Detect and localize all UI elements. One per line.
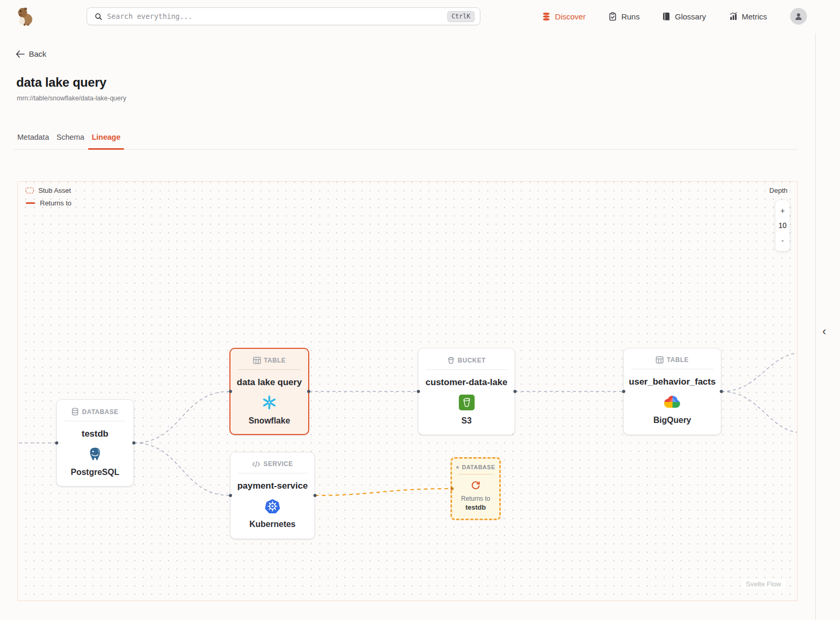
legend: Stub Asset Returns to [26,187,71,207]
lineage-node-customer-data-lake[interactable]: BUCKET customer-data-lake S3 [418,348,515,435]
kubernetes-logo [265,498,280,514]
nav-item-metrics[interactable]: Metrics [729,12,767,21]
node-platform: Kubernetes [249,520,296,529]
book-icon [663,12,670,21]
handle-right [313,494,317,497]
user-icon [794,12,803,21]
legend-stub-asset: Stub Asset [26,187,71,194]
handle-left [55,441,58,445]
node-type-header: DATABASE [456,464,495,470]
legend-returns-to: Returns to [26,199,71,207]
depth-panel: + 10 - [775,200,790,251]
app-root: { "header": { "logo_name": "capybara-log… [0,0,840,620]
lineage-node-user-behavior-facts[interactable]: TABLE user_behavior_facts BigQue [623,348,721,435]
back-button[interactable]: Back [16,49,46,58]
lineage-node-stub-testdb[interactable]: DATABASE Returns to testdb [450,457,501,520]
arrow-left-icon [16,50,25,58]
depth-decrease-button[interactable]: - [781,237,784,244]
node-title: data lake query [237,377,302,388]
stub-target: testdb [466,503,486,511]
user-avatar[interactable] [790,8,807,25]
postgresql-logo [88,446,102,462]
code-icon [252,461,260,468]
handle-right [720,390,723,393]
capybara-logo[interactable] [16,6,34,26]
handle-left [229,390,232,393]
search-icon [94,13,102,20]
node-platform: BigQuery [653,416,691,425]
nav-item-discover[interactable]: Discover [542,12,585,21]
node-platform: Snowflake [248,416,290,426]
handle-right [307,390,310,393]
lineage-node-data-lake-query[interactable]: TABLE data lake query Snowflake [229,348,309,435]
returns-to-line-icon [26,202,35,204]
depth-control: Depth + 10 - [769,187,790,251]
handle-left [622,390,625,393]
bigquery-logo [664,394,681,410]
primary-nav: Discover Runs Glossary Metric [542,0,807,33]
table-icon [656,356,664,364]
database-stack-icon [542,12,551,21]
dot-icon [456,466,459,469]
node-type: TABLE [264,357,286,364]
stub-asset-icon [26,188,34,193]
snowflake-logo [261,395,277,410]
nav-item-glossary[interactable]: Glossary [663,12,706,21]
node-type-header: SERVICE [252,460,293,468]
node-title: user_behavior_facts [629,377,716,387]
database-icon [71,408,79,416]
bucket-icon [447,356,455,364]
side-panel-divider [815,33,816,620]
nav-item-runs[interactable]: Runs [608,12,639,21]
search-shortcut-badge: CtrlK [447,11,475,22]
nav-label: Discover [555,12,585,21]
tab-metadata[interactable]: Metadata [14,130,52,150]
node-title: testdb [82,429,109,439]
handle-left [450,487,454,490]
node-type-header: TABLE [656,356,689,364]
search-input[interactable] [107,12,447,20]
nav-label: Metrics [742,12,767,21]
edge-returns-to [315,489,448,495]
asset-mrn: mrn://table/snowflake/data-lake-query [17,95,126,102]
svelte-flow-attribution[interactable]: Svelte Flow [742,579,785,589]
page-title: data lake query [16,75,107,90]
tab-schema[interactable]: Schema [52,130,88,150]
node-divider [64,421,126,421]
node-platform: PostgreSQL [71,468,119,477]
edge-ubf-exit-bottom [721,391,797,432]
handle-right [513,390,517,393]
chevron-left-icon: ‹ [822,325,826,338]
legend-label: Returns to [40,199,71,207]
table-icon [253,357,261,364]
node-divider [458,474,493,474]
nav-label: Glossary [675,12,706,21]
tab-lineage[interactable]: Lineage [88,130,124,150]
node-divider [238,369,301,370]
node-divider [631,369,713,369]
depth-value: 10 [779,222,787,229]
node-type: TABLE [667,356,689,364]
bar-chart-icon [729,12,738,20]
lineage-node-testdb[interactable]: DATABASE testdb PostgreSQL [56,399,134,487]
node-type-header: TABLE [253,357,286,364]
nav-label: Runs [621,12,639,21]
top-bar: CtrlK Discover Runs Glossary [0,0,840,33]
edge-ubf-exit-top [721,353,797,391]
back-label: Back [29,49,46,58]
edge-testdb-dlq [134,391,229,443]
node-type: DATABASE [462,464,495,470]
lineage-node-payment-service[interactable]: SERVICE payment-service K [230,452,315,539]
node-type: DATABASE [82,408,118,416]
side-panel-toggle-button[interactable]: ‹ [818,324,831,339]
depth-increase-button[interactable]: + [780,207,784,214]
node-type: SERVICE [264,460,293,468]
node-title: customer-data-lake [426,377,508,388]
lineage-canvas[interactable]: Stub Asset Returns to Depth + 10 - DATAB… [17,181,797,601]
node-platform: S3 [461,416,472,426]
node-type-header: DATABASE [71,408,118,416]
stub-note: Returns to [461,495,490,502]
handle-left [417,390,420,393]
node-type-header: BUCKET [447,356,486,364]
clipboard-check-icon [608,12,617,21]
